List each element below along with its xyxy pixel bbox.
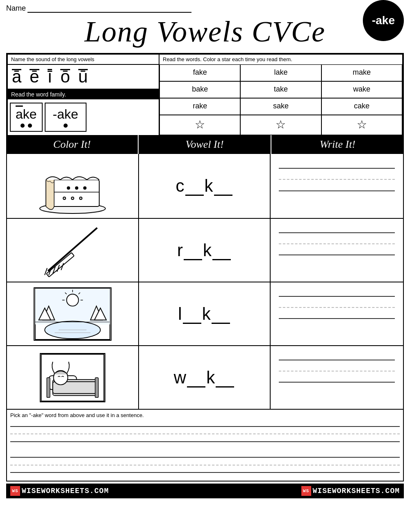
activities-grid: ck [6, 154, 404, 410]
word-cell: rake [159, 98, 240, 115]
blank-line[interactable] [214, 195, 232, 196]
rake-image [32, 224, 114, 277]
vowel-a: ā [12, 68, 21, 85]
right-panel: Read the words. Color a star each time y… [159, 55, 402, 135]
svg-point-3 [67, 187, 70, 189]
write-line-solid[interactable] [279, 190, 395, 191]
star-cell[interactable]: ☆ [240, 115, 321, 135]
name-label: Name [6, 4, 26, 13]
vowel-it-word-cake[interactable]: ck [176, 176, 233, 196]
vowel-it-word-rake[interactable]: rk [177, 241, 232, 260]
vowel-o: ō [60, 68, 70, 85]
write-line-solid[interactable] [279, 296, 395, 297]
write-line-solid[interactable] [279, 232, 395, 233]
svg-point-4 [75, 187, 78, 189]
write-line-solid[interactable] [279, 382, 395, 383]
sentence-line-solid[interactable] [10, 472, 400, 473]
vowel-u: ū [78, 68, 88, 85]
top-section: Name the sound of the long vowels ā ē ī … [7, 54, 403, 135]
star-cell[interactable]: ☆ [159, 115, 240, 135]
vowel-it-header: Vowel It! [139, 135, 271, 154]
blank-line[interactable] [216, 386, 234, 388]
write-it-cell-rake [271, 219, 403, 282]
write-lines-wake [275, 348, 399, 407]
instruction-right: Read the words. Color a star each time y… [159, 55, 402, 64]
svg-line-9 [48, 228, 97, 271]
blank-line[interactable] [187, 386, 205, 388]
dot [20, 124, 25, 128]
dot [28, 124, 32, 128]
write-line-dashed[interactable] [279, 371, 395, 371]
color-it-cell-wake [7, 346, 139, 410]
vowel-it-cell-lake: lk [139, 282, 271, 346]
write-it-cell-cake [271, 154, 403, 219]
lake-image [34, 287, 112, 341]
footer-right: WS WISEWORKSHEETS.COM [301, 486, 400, 496]
write-lines-rake [275, 221, 399, 280]
word-grid: fake lake make bake take wake rake sake … [159, 64, 402, 135]
vowel-it-word-lake[interactable]: lk [178, 304, 230, 324]
blank-line[interactable] [185, 195, 204, 196]
word-cell: wake [321, 81, 402, 98]
name-underline[interactable] [27, 12, 191, 13]
vowel-e: ē [30, 68, 39, 85]
svg-rect-37 [47, 378, 50, 397]
vowels-row: ā ē ī ō ū [8, 65, 159, 89]
write-line-solid[interactable] [279, 168, 395, 169]
sentence-line-dashed[interactable] [10, 433, 400, 434]
svg-rect-38 [95, 378, 98, 397]
write-line-solid[interactable] [279, 318, 395, 319]
sentence-line-dashed[interactable] [10, 465, 400, 466]
word-cell: lake [240, 64, 321, 81]
word-cell: fake [159, 64, 240, 81]
write-line-dashed[interactable] [279, 179, 395, 180]
word-family-row: ake -ake [8, 99, 159, 135]
word-cell: make [321, 64, 402, 81]
read-word-family-label: Read the word family. [8, 89, 159, 99]
ake-badge: -ake [363, 0, 404, 41]
sentence-line-solid[interactable] [10, 426, 400, 427]
vowel-it-word-wake[interactable]: wk [174, 368, 235, 388]
vowel-it-cell-rake: rk [139, 219, 271, 282]
write-line-solid[interactable] [279, 360, 395, 360]
page-title: Long Vowels CVCe [6, 15, 404, 49]
cake-image [32, 157, 114, 215]
name-section: Name -ake [6, 4, 404, 13]
blank-line[interactable] [183, 323, 201, 324]
write-lines-cake [275, 156, 399, 216]
section-headers: Color It! Vowel It! Write It! [6, 135, 404, 154]
sentence-line-solid[interactable] [10, 457, 400, 458]
sentence-instruction: Pick an "-ake" word from above and use i… [10, 412, 400, 418]
write-line-dashed[interactable] [279, 243, 395, 244]
color-it-cell-lake [7, 282, 139, 346]
write-line-solid[interactable] [279, 255, 395, 255]
word-family-text-1: ake [16, 107, 37, 122]
write-it-cell-wake [271, 346, 403, 410]
sentence-line-solid[interactable] [10, 441, 400, 442]
write-line-dashed[interactable] [279, 307, 395, 308]
sentence-writing-area[interactable] [10, 421, 400, 478]
word-cell: cake [321, 98, 402, 115]
footer-logo-right: WS [301, 486, 311, 496]
vowel-it-cell-cake: ck [139, 154, 271, 219]
worksheet-page: Name -ake Long Vowels CVCe Name the soun… [0, 0, 410, 532]
word-family-box-1: ake [10, 103, 43, 132]
svg-rect-10 [46, 252, 74, 277]
word-cell: sake [240, 98, 321, 115]
svg-point-6 [63, 197, 66, 200]
left-panel: Name the sound of the long vowels ā ē ī … [8, 55, 159, 135]
word-cell: take [240, 81, 321, 98]
write-it-cell-lake [271, 282, 403, 346]
blank-line[interactable] [212, 323, 230, 324]
footer-left: WS WISEWORKSHEETS.COM [10, 486, 109, 496]
vowel-i: ī [48, 68, 52, 85]
blank-line[interactable] [212, 259, 231, 260]
instruction-left: Name the sound of the long vowels [8, 55, 159, 65]
svg-point-18 [66, 294, 78, 306]
footer: WS WISEWORKSHEETS.COM WS WISEWORKSHEETS.… [6, 484, 404, 498]
word-cell: bake [159, 81, 240, 98]
vowel-it-cell-wake: wk [139, 346, 271, 410]
star-cell[interactable]: ☆ [321, 115, 402, 135]
blank-line[interactable] [184, 259, 202, 260]
word-family-text-2: -ake [53, 107, 78, 122]
